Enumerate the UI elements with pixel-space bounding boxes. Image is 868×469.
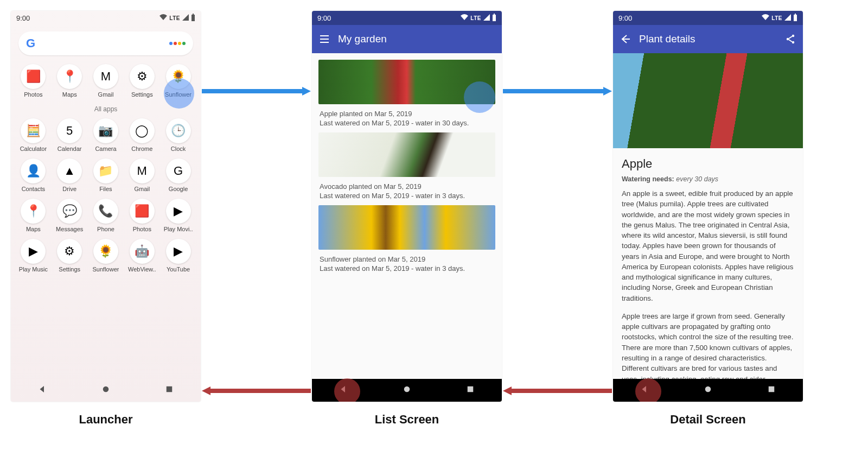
app-icon: ▶ [21, 239, 46, 264]
app-files[interactable]: 📁Files [89, 159, 123, 192]
watering-value: every 30 days [676, 175, 718, 183]
watering-needs: Watering needs: every 30 days [622, 175, 794, 183]
app-settings[interactable]: ⚙Settings [53, 239, 86, 272]
android-nav-bar [613, 379, 803, 402]
plant-card-sunflower[interactable]: Sunflower planted on Mar 5, 2019Last wat… [318, 205, 495, 272]
app-label: Sunflower [165, 91, 192, 98]
app-label: Settings [59, 266, 80, 272]
app-grid-row: ▶Play Music⚙Settings🌻Sunflower🤖WebView..… [11, 236, 201, 276]
nav-recents-button[interactable] [465, 384, 475, 396]
app-gmail[interactable]: MGmail [125, 159, 159, 192]
app-google[interactable]: GGoogle [162, 159, 195, 192]
app-label: WebView.. [128, 266, 156, 272]
nav-home-button[interactable] [101, 384, 111, 396]
app-label: Sunflower [93, 266, 119, 272]
app-icon: ▶ [166, 199, 191, 224]
svg-point-13 [705, 386, 711, 392]
nav-home-button[interactable] [402, 384, 412, 396]
plant-name: Apple [622, 157, 794, 171]
app-label: Maps [26, 226, 41, 232]
arrow-list-to-detail [503, 87, 612, 96]
lte-label: LTE [771, 15, 782, 21]
nav-back-button[interactable] [37, 384, 47, 396]
app-calendar[interactable]: 5Calendar [53, 118, 86, 152]
app-icon: ▲ [57, 159, 82, 183]
svg-rect-5 [494, 14, 495, 15]
svg-rect-14 [768, 386, 774, 392]
android-nav-bar [312, 379, 502, 402]
signal-icon [784, 14, 791, 22]
plant-card-image [318, 205, 495, 250]
app-label: Calculator [20, 145, 47, 152]
svg-marker-22 [503, 386, 512, 395]
plant-card-planted: Avocado planted on Mar 5, 2019 [320, 182, 494, 191]
app-clock[interactable]: 🕒Clock [162, 118, 195, 152]
app-label: Chrome [131, 145, 152, 152]
app-maps[interactable]: 📍Maps [53, 64, 86, 98]
app-icon: M [130, 159, 155, 183]
plant-hero-image [613, 53, 803, 148]
app-calculator[interactable]: 🧮Calculator [16, 118, 50, 152]
app-webview-[interactable]: 🤖WebView.. [125, 239, 159, 272]
menu-icon[interactable] [318, 33, 330, 45]
app-settings[interactable]: ⚙Settings [125, 64, 159, 98]
plant-card-watered: Last watered on Mar 5, 2019 - water in 3… [320, 264, 494, 272]
app-messages[interactable]: 💬Messages [53, 199, 86, 232]
share-icon[interactable] [784, 33, 796, 45]
app-label: Photos [133, 226, 151, 232]
app-chrome[interactable]: ◯Chrome [125, 118, 159, 152]
app-label: Files [99, 186, 112, 192]
status-time: 9:00 [618, 14, 632, 22]
app-contacts[interactable]: 👤Contacts [16, 159, 50, 192]
plant-card-avocado[interactable]: Avocado planted on Mar 5, 2019Last water… [318, 132, 495, 200]
nav-back-button[interactable] [339, 384, 348, 396]
signal-icon [182, 14, 189, 22]
app-grid-row: 🧮Calculator5Calendar📷Camera◯Chrome🕒Clock [11, 115, 201, 155]
svg-rect-0 [192, 15, 195, 21]
nav-home-button[interactable] [703, 384, 713, 396]
watering-label: Watering needs: [622, 175, 674, 183]
app-icon: 📍 [57, 64, 82, 89]
battery-icon [793, 14, 797, 23]
app-icon: 🟥 [21, 64, 46, 89]
app-icon: 💬 [57, 199, 82, 224]
app-photos[interactable]: 🟥Photos [125, 199, 159, 232]
all-apps-label: All apps [11, 105, 201, 113]
status-time: 9:00 [16, 14, 30, 22]
app-icon: 📞 [93, 199, 118, 224]
plant-list[interactable]: Apple planted on Mar 5, 2019Last watered… [312, 53, 502, 272]
app-play-movi-[interactable]: ▶Play Movi.. [162, 199, 195, 232]
plant-card-apple[interactable]: Apple planted on Mar 5, 2019Last watered… [318, 60, 495, 127]
svg-point-10 [792, 35, 794, 37]
app-camera[interactable]: 📷Camera [89, 118, 123, 152]
app-drive[interactable]: ▲Drive [53, 159, 86, 192]
plant-card-image [318, 132, 495, 177]
wifi-icon [762, 14, 769, 22]
search-bar[interactable]: G [18, 31, 193, 55]
nav-back-button[interactable] [640, 384, 649, 396]
app-label: Drive [62, 186, 76, 192]
app-sunflower[interactable]: 🌻Sunflower [89, 239, 123, 272]
nav-recents-button[interactable] [164, 384, 174, 396]
plant-card-watered: Last watered on Mar 5, 2019 - water in 3… [320, 119, 494, 127]
lte-label: LTE [169, 15, 180, 21]
caption-list: List Screen [312, 413, 502, 427]
app-maps[interactable]: 📍Maps [16, 199, 50, 232]
app-label: Settings [131, 91, 153, 98]
app-gmail[interactable]: MGmail [89, 64, 123, 98]
app-icon: ⚙ [57, 239, 82, 264]
svg-rect-1 [193, 14, 194, 15]
app-play-music[interactable]: ▶Play Music [16, 239, 50, 272]
assistant-icon[interactable] [169, 42, 186, 45]
svg-rect-8 [794, 15, 797, 21]
app-photos[interactable]: 🟥Photos [16, 64, 50, 98]
app-sunflower[interactable]: 🌻Sunflower [162, 64, 195, 98]
app-label: Photos [24, 91, 42, 98]
app-icon: 🤖 [130, 239, 155, 264]
app-icon: M [93, 64, 118, 89]
nav-recents-button[interactable] [767, 384, 776, 396]
back-icon[interactable] [620, 33, 631, 45]
app-phone[interactable]: 📞Phone [89, 199, 123, 232]
app-youtube[interactable]: ▶YouTube [162, 239, 195, 272]
app-icon: G [166, 159, 191, 183]
